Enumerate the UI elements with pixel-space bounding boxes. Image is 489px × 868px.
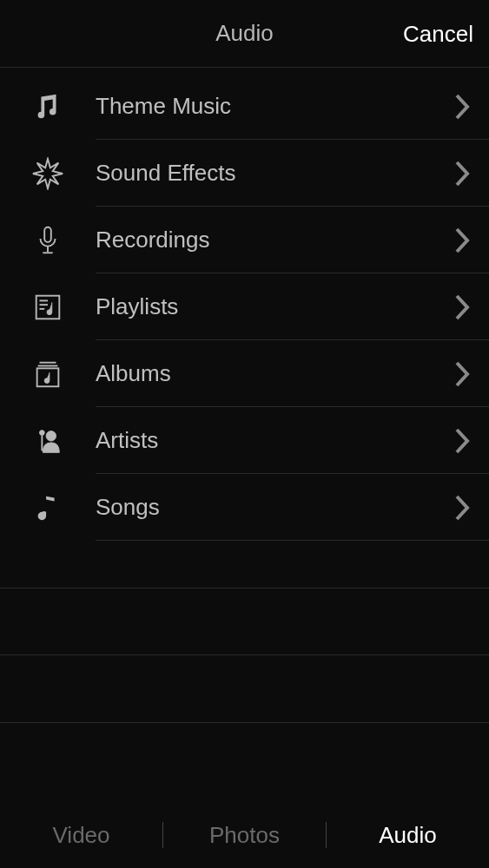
menu-item-albums[interactable]: Albums	[0, 340, 489, 407]
chevron-right-icon	[437, 160, 489, 187]
svg-point-12	[46, 431, 56, 440]
chevron-right-icon	[437, 93, 489, 121]
menu-item-sound-effects[interactable]: Sound Effects	[0, 140, 489, 207]
chevron-right-icon	[437, 293, 489, 321]
menu-item-recordings[interactable]: Recordings	[0, 207, 489, 273]
menu-item-label: Songs	[96, 494, 437, 521]
chevron-right-icon	[437, 494, 489, 522]
tab-photos[interactable]: Photos	[163, 822, 326, 849]
menu-item-songs[interactable]: Songs	[0, 474, 489, 541]
bottom-toolbar: Video Photos Audio	[0, 802, 489, 868]
svg-point-10	[40, 430, 45, 435]
empty-rows	[0, 588, 489, 723]
header-title: Audio	[215, 20, 274, 47]
menu-item-theme-music[interactable]: Theme Music	[0, 73, 489, 140]
chevron-right-icon	[437, 360, 489, 388]
tab-video[interactable]: Video	[0, 822, 162, 849]
menu-item-label: Recordings	[96, 227, 437, 253]
menu-item-label: Artists	[96, 427, 437, 454]
menu-item-artists[interactable]: Artists	[0, 407, 489, 474]
empty-row	[0, 655, 489, 723]
menu-list: Theme Music Sound Effects Recordings Pla…	[0, 68, 489, 541]
microphone-icon	[0, 224, 96, 257]
svg-rect-0	[44, 227, 51, 241]
menu-item-label: Playlists	[96, 293, 437, 320]
svg-rect-3	[36, 295, 60, 319]
empty-row	[0, 588, 489, 655]
music-notes-icon	[0, 90, 96, 123]
menu-item-label: Albums	[96, 360, 437, 387]
menu-item-playlists[interactable]: Playlists	[0, 273, 489, 340]
header: Audio Cancel	[0, 0, 489, 68]
menu-item-label: Sound Effects	[96, 160, 437, 187]
burst-icon	[0, 157, 96, 190]
menu-item-label: Theme Music	[96, 93, 437, 120]
playlist-icon	[0, 291, 96, 324]
artist-icon	[0, 424, 96, 457]
cancel-button[interactable]: Cancel	[403, 20, 473, 47]
chevron-right-icon	[437, 227, 489, 254]
chevron-right-icon	[437, 427, 489, 455]
song-icon	[0, 491, 96, 524]
albums-icon	[0, 358, 96, 391]
tab-audio[interactable]: Audio	[327, 822, 489, 849]
